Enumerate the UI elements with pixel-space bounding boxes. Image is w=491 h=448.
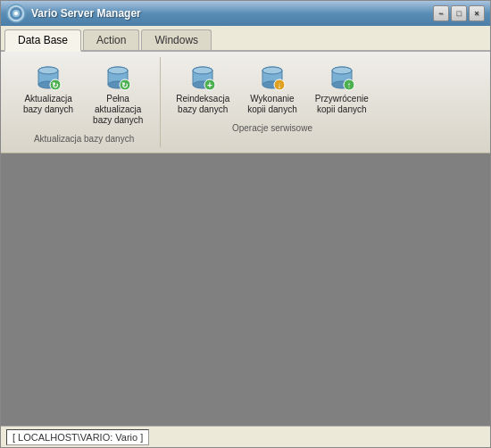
btn-przywrocenie-kopii[interactable]: ↑ Przywróceniekopii danych [309, 57, 375, 120]
main-window: Vario Server Manager − □ × Data Base Act… [0, 0, 491, 448]
main-content [1, 153, 490, 426]
tab-bar: Data Base Action Windows [1, 26, 490, 52]
btn-reindeksacja[interactable]: + Reindeksacjabazy danych [170, 57, 236, 120]
svg-point-41 [332, 67, 352, 74]
svg-point-33 [262, 67, 282, 74]
db-backup-icon: ↓ [256, 62, 288, 94]
svg-point-25 [193, 67, 212, 74]
toolbar-buttons-operacje: + Reindeksacjabazy danych [170, 57, 375, 120]
btn-wykonanie-kopii-label: Wykonaniekopii danych [247, 94, 297, 115]
btn-aktualizacja-bazy[interactable]: ↻ Aktualizacjabazy danych [17, 57, 79, 130]
svg-point-9 [38, 67, 58, 74]
svg-text:↓: ↓ [277, 80, 281, 90]
group-label-operacje: Operacje serwisowe [232, 123, 312, 133]
svg-text:↑: ↑ [346, 80, 351, 90]
window-title: Vario Server Manager [31, 7, 141, 20]
toolbar-group-aktualizacja: ↻ Aktualizacjabazy danych [8, 57, 161, 147]
maximize-button[interactable]: □ [451, 5, 467, 21]
tab-action[interactable]: Action [83, 29, 139, 50]
svg-text:+: + [207, 80, 212, 90]
status-text: [ LOCALHOST\VARIO: Vario ] [6, 429, 149, 445]
toolbar-buttons-aktualizacja: ↻ Aktualizacjabazy danych [17, 57, 151, 130]
btn-wykonanie-kopii[interactable]: ↓ Wykonaniekopii danych [241, 57, 304, 120]
title-bar: Vario Server Manager − □ × [1, 1, 490, 26]
close-button[interactable]: × [469, 5, 485, 21]
status-bar: [ LOCALHOST\VARIO: Vario ] [1, 426, 490, 447]
btn-pelna-aktualizacja[interactable]: ↻ Pełna aktualizacjabazy danych [85, 57, 151, 130]
db-restore-icon: ↑ [326, 62, 358, 94]
minimize-button[interactable]: − [433, 5, 449, 21]
btn-pelna-aktualizacja-label: Pełna aktualizacjabazy danych [91, 94, 145, 126]
svg-text:↻: ↻ [121, 81, 129, 90]
db-update-icon: ↻ [32, 62, 64, 94]
svg-text:↻: ↻ [52, 81, 59, 90]
db-full-update-icon: ↻ [102, 62, 134, 94]
db-reindex-icon: + [187, 62, 219, 94]
toolbar-area: ↻ Aktualizacjabazy danych [1, 52, 490, 153]
btn-aktualizacja-bazy-label: Aktualizacjabazy danych [23, 94, 73, 115]
tab-windows[interactable]: Windows [141, 29, 212, 50]
toolbar-groups: ↻ Aktualizacjabazy danych [8, 57, 483, 147]
svg-point-3 [14, 12, 18, 15]
toolbar-group-operacje: + Reindeksacjabazy danych [161, 57, 384, 147]
btn-reindeksacja-label: Reindeksacjabazy danych [176, 94, 229, 115]
svg-point-17 [108, 67, 128, 74]
window-controls: − □ × [433, 5, 485, 21]
tab-database[interactable]: Data Base [4, 29, 81, 52]
btn-przywrocenie-kopii-label: Przywróceniekopii danych [315, 94, 369, 115]
app-icon [6, 4, 26, 23]
group-label-aktualizacja: Aktualizacja bazy danych [34, 134, 134, 144]
